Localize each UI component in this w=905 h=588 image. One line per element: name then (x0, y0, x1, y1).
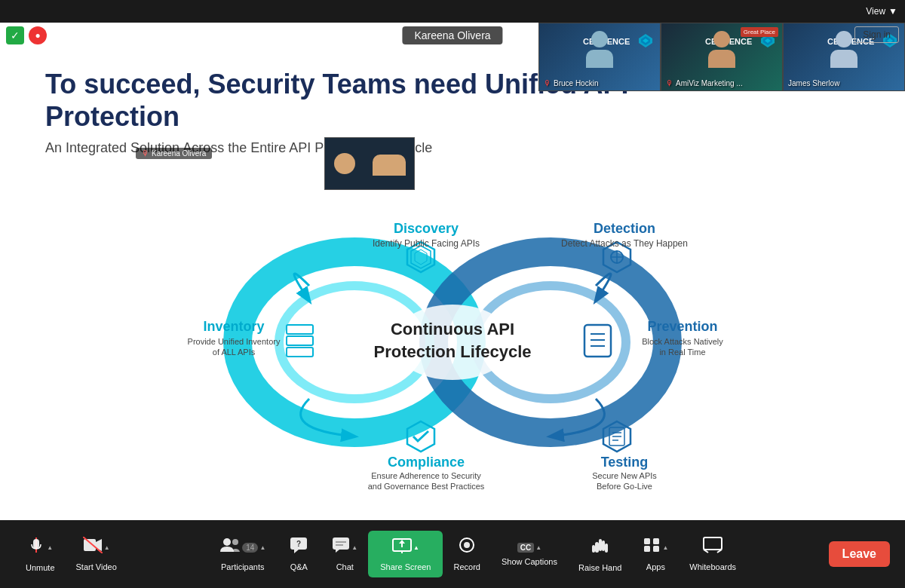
svg-rect-68 (704, 537, 722, 550)
svg-rect-60 (599, 539, 602, 551)
video-tile-bruce: CEQUENCE 🎙 Bruce Hockin (538, 23, 661, 91)
desc-detection: Detect Attacks as They Happen (561, 238, 688, 249)
desc-testing-2: Before Go-Live (597, 482, 652, 491)
label-detection: Detection (594, 221, 655, 236)
status-icons: ✓ ● (6, 26, 47, 44)
cc-badge: CC (517, 543, 534, 553)
participants-chevron: ▲ (259, 544, 265, 551)
red-status-icon: ● (29, 26, 47, 44)
svg-marker-45 (294, 550, 299, 553)
diagram-container: Continuous API Protection Lifecycle (45, 179, 860, 505)
raise-hand-button[interactable]: Raise Hand (568, 530, 632, 578)
svg-text:?: ? (296, 540, 301, 548)
desc-prevention-2: in Real Time (659, 348, 705, 357)
start-video-button[interactable]: ▲ Start Video (66, 531, 127, 577)
label-inventory: Inventory (203, 319, 264, 334)
participants-button[interactable]: 14 ▲ Participants (209, 531, 276, 577)
record-icon (458, 537, 476, 558)
desc-compliance-2: and Governance Best Practices (368, 482, 485, 491)
desc-compliance-1: Ensure Adherence to Security (371, 471, 481, 480)
toolbar-right-group: Leave (829, 541, 890, 567)
svg-rect-26 (287, 348, 313, 357)
unmute-chevron: ▲ (47, 544, 53, 551)
unmute-icon (27, 536, 45, 559)
view-label: View (866, 6, 885, 17)
svg-point-42 (223, 538, 231, 546)
desc-inventory-2: of ALL APIs (213, 348, 256, 357)
green-status-icon: ✓ (6, 26, 24, 44)
video-name-bruce: 🎙 Bruce Hockin (544, 79, 598, 87)
presenter-area (136, 92, 226, 145)
infinity-diagram: Continuous API Protection Lifecycle (158, 180, 747, 504)
whiteboards-button[interactable]: Whiteboards (679, 531, 747, 577)
svg-rect-64 (644, 538, 650, 544)
svg-rect-66 (644, 546, 650, 552)
person-silhouette-bruce (581, 31, 618, 76)
leave-button[interactable]: Leave (829, 541, 890, 567)
raise-hand-icon (592, 536, 609, 559)
toolbar-left-group: ▲ Unmute ▲ Start Video (15, 530, 127, 578)
svg-rect-63 (605, 544, 608, 553)
video-strip: CEQUENCE 🎙 Bruce Hockin CEQUE (538, 23, 905, 91)
svg-rect-25 (287, 336, 313, 345)
video-chevron: ▲ (104, 544, 110, 551)
svg-rect-38 (33, 539, 39, 549)
presenter-label: Kareena Olivera (402, 26, 502, 44)
presenter-mic-icon: 🎙 (142, 149, 149, 158)
record-button[interactable]: Record (443, 531, 490, 577)
inventory-icon (287, 325, 313, 357)
toolbar-center-group: 14 ▲ Participants ? Q&A (209, 530, 747, 578)
apps-button[interactable]: ▲ Apps (632, 531, 679, 577)
label-discovery: Discovery (394, 221, 459, 236)
chat-button[interactable]: ▲ Chat (321, 531, 368, 577)
svg-marker-56 (399, 540, 405, 544)
unmute-button[interactable]: ▲ Unmute (15, 530, 66, 578)
qa-button[interactable]: ? Q&A (276, 531, 321, 577)
svg-rect-59 (595, 542, 599, 553)
presenter-name-tag: 🎙 Kareena Olivera (136, 148, 212, 159)
apps-icon (643, 537, 661, 558)
desc-inventory-1: Provide Unified Inventory (188, 337, 281, 346)
view-chevron: ▼ (888, 6, 897, 17)
participants-icon (219, 537, 241, 558)
svg-rect-24 (287, 325, 313, 334)
svg-rect-47 (333, 537, 349, 550)
share-screen-icon (392, 537, 412, 558)
qa-icon: ? (290, 537, 308, 558)
desc-discovery: Identify Public Facing APIs (373, 238, 480, 249)
sign-in-button[interactable]: Sign in (854, 26, 899, 43)
view-button[interactable]: View ▼ (866, 6, 897, 17)
svg-rect-39 (84, 539, 96, 551)
svg-rect-65 (653, 538, 659, 544)
desc-testing-1: Secure New APIs (592, 471, 657, 480)
apps-chevron: ▲ (662, 544, 668, 551)
video-tile-amiviz: CEQUENCE Great Place 🎙 AmiViz Marketing … (661, 23, 783, 91)
label-testing: Testing (601, 455, 649, 470)
svg-point-43 (232, 539, 238, 545)
svg-point-58 (464, 542, 470, 548)
video-icon (83, 537, 103, 558)
center-text-1: Continuous API (391, 320, 514, 338)
chat-icon (332, 537, 350, 558)
svg-rect-67 (653, 546, 659, 552)
great-place-badge: Great Place (741, 27, 778, 37)
person-silhouette-amiviz (703, 31, 741, 76)
label-prevention: Prevention (647, 319, 717, 334)
video-name-amiviz: 🎙 AmiViz Marketing ... (666, 79, 743, 87)
captions-chevron: ▲ (535, 544, 541, 551)
chat-chevron: ▲ (351, 544, 357, 551)
show-captions-button[interactable]: CC ▲ Show Captions (491, 537, 568, 572)
svg-marker-48 (336, 550, 339, 553)
svg-rect-62 (592, 545, 595, 553)
svg-rect-61 (602, 541, 605, 551)
prevention-icon (584, 325, 611, 357)
share-screen-chevron: ▲ (413, 544, 419, 551)
share-screen-button[interactable]: ▲ Share Screen (368, 531, 443, 577)
presenter-video (324, 137, 415, 190)
center-text-2: Protection Lifecycle (373, 342, 531, 361)
label-compliance: Compliance (388, 455, 465, 470)
desc-prevention-1: Block Attacks Natively (642, 337, 723, 346)
toolbar: ▲ Unmute ▲ Start Video (0, 520, 905, 588)
whiteboards-icon (703, 537, 722, 558)
video-name-james: James Sherlow (788, 79, 839, 87)
